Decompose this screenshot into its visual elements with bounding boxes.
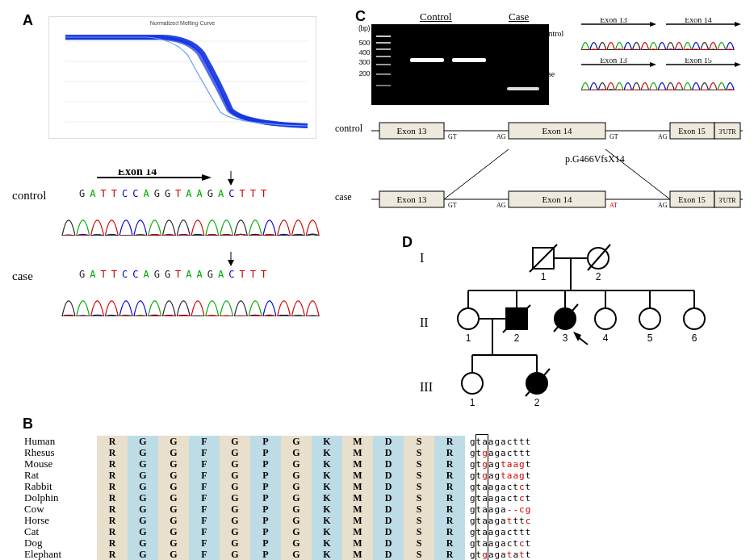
- svg-text:Exon 13: Exon 13: [600, 58, 627, 65]
- svg-marker-11: [228, 260, 234, 266]
- alignment-row: MouseRGGFGPGKMDSRgtgagtaagt: [24, 458, 735, 470]
- svg-marker-6: [202, 174, 212, 181]
- alignment-row: HorseRGGFGPGKMDSRgtaagatttc: [24, 515, 735, 526]
- svg-text:2: 2: [514, 332, 520, 344]
- svg-text:AT: AT: [609, 202, 618, 209]
- panel-B-label: B: [23, 416, 33, 433]
- melting-curve-plot: Normalized Melting Curve: [48, 16, 316, 139]
- svg-text:4: 4: [603, 332, 609, 344]
- svg-text:GT: GT: [609, 133, 618, 140]
- gel-image: [371, 24, 549, 105]
- svg-point-83: [595, 308, 616, 329]
- svg-text:Exon 13: Exon 13: [397, 126, 427, 136]
- gel-header-control: Control: [420, 10, 452, 23]
- mini-sanger-case: Exon 13 Exon 15 case: [573, 58, 735, 90]
- svg-point-87: [684, 308, 705, 329]
- svg-line-38: [444, 149, 509, 199]
- svg-marker-13: [650, 22, 656, 27]
- svg-marker-19: [650, 62, 656, 67]
- melting-title: Normalized Melting Curve: [150, 20, 216, 27]
- svg-marker-22: [735, 62, 741, 67]
- exon-diagram-control: control Exon 13 GT AG Exon 14 GT AG Exon…: [371, 121, 727, 148]
- svg-text:5: 5: [647, 332, 653, 344]
- svg-text:Exon 14: Exon 14: [118, 169, 157, 178]
- svg-text:AG: AG: [496, 133, 506, 140]
- svg-text:Exon 14: Exon 14: [542, 194, 572, 204]
- svg-text:I: I: [420, 251, 424, 265]
- svg-text:3'UTR: 3'UTR: [718, 197, 736, 204]
- sanger-control-block: Exon 14 control GATTCCAGGTAAGACTTT: [57, 169, 331, 236]
- svg-text:GT: GT: [448, 202, 457, 209]
- svg-line-40: [605, 149, 670, 199]
- alignment-row: CowRGGFGPGKMDSRgtaaga--cg: [24, 504, 735, 515]
- svg-marker-16: [735, 22, 741, 27]
- sanger-case-block: case GATTCCAGGTAAGACTTT: [57, 250, 331, 316]
- mini-sanger-control: Exon 13 Exon 14 control: [573, 18, 735, 50]
- alignment-row: DogRGGFGPGKMDSRgtaagactct: [24, 537, 735, 549]
- svg-text:1: 1: [466, 332, 471, 344]
- svg-point-73: [458, 308, 479, 329]
- svg-text:1: 1: [541, 271, 547, 282]
- svg-text:Exon 13: Exon 13: [600, 18, 627, 24]
- variant-label: p.G466VfsX14: [565, 153, 625, 165]
- bp-label: (bp): [357, 24, 370, 32]
- alignment-row: CatRGGFGPGKMDSRgtaagacttt: [24, 526, 735, 537]
- svg-text:AG: AG: [496, 202, 506, 209]
- svg-marker-9: [228, 179, 234, 186]
- svg-text:3: 3: [563, 332, 568, 344]
- panel-A-label: A: [23, 12, 33, 29]
- multi-panel-figure: A B C D Normalized Melting Curve Exon 14: [8, 8, 746, 552]
- svg-text:Exon 14: Exon 14: [685, 18, 712, 24]
- svg-text:Exon 15: Exon 15: [685, 58, 712, 65]
- alignment-row: HumanRGGFGPGKMDSRgtaagacttt: [24, 436, 735, 447]
- alignment-row: ElephantRGGFGPGKMDSRgtgagatatt: [24, 549, 735, 560]
- alignment-row: RabbitRGGFGPGKMDSRgtaagactct: [24, 481, 735, 492]
- svg-point-85: [639, 308, 660, 329]
- svg-text:1: 1: [470, 397, 475, 408]
- svg-text:6: 6: [692, 332, 697, 344]
- svg-text:2: 2: [534, 397, 540, 408]
- svg-text:GT: GT: [448, 133, 457, 140]
- svg-text:Exon 13: Exon 13: [397, 194, 427, 204]
- panel-C-label: C: [355, 8, 366, 25]
- alignment-row: RhesusRGGFGPGKMDSRgtgagacttt: [24, 447, 735, 458]
- svg-text:Exon 14: Exon 14: [542, 126, 572, 136]
- alignment-row: RatRGGFGPGKMDSRgtgagtaagt: [24, 470, 735, 481]
- svg-text:Exon 15: Exon 15: [678, 195, 706, 204]
- svg-text:AG: AG: [658, 133, 668, 140]
- svg-text:2: 2: [596, 271, 601, 282]
- pedigree-chart: I II III 1 2 1 2: [412, 238, 727, 424]
- svg-text:Exon 15: Exon 15: [678, 127, 706, 136]
- conservation-alignment: HumanRGGFGPGKMDSRgtaagactttRhesusRGGFGPG…: [24, 436, 735, 560]
- svg-text:3'UTR: 3'UTR: [718, 128, 736, 136]
- gel-header-case: Case: [509, 10, 529, 23]
- svg-text:II: II: [420, 316, 429, 329]
- svg-point-94: [462, 373, 483, 394]
- svg-text:III: III: [420, 380, 433, 394]
- exon-diagram-case: case Exon 13 GT AG Exon 14 AT AG Exon 15…: [371, 190, 727, 240]
- svg-text:AG: AG: [658, 202, 668, 209]
- svg-marker-82: [573, 332, 581, 341]
- alignment-row: DolphinRGGFGPGKMDSRgtaagactct: [24, 492, 735, 504]
